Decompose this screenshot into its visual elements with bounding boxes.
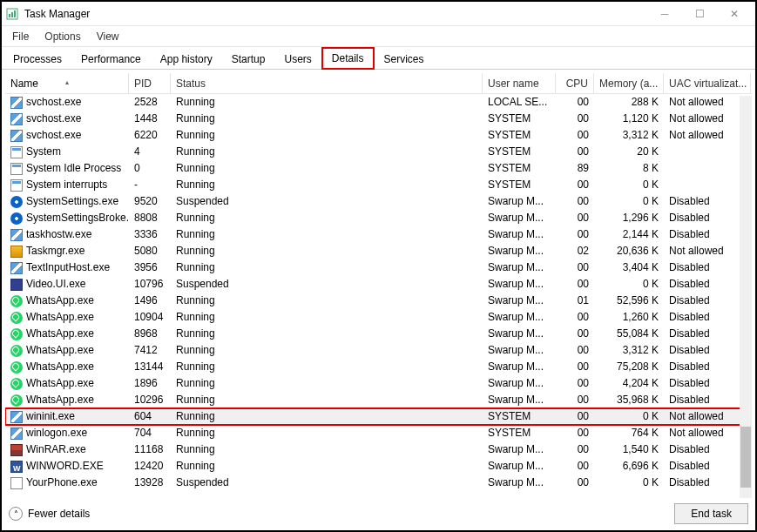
header-uac[interactable]: UAC virtualizat... bbox=[664, 73, 751, 94]
tab-services[interactable]: Services bbox=[375, 49, 434, 69]
process-memory: 20,636 K bbox=[594, 243, 664, 259]
process-pid: 7412 bbox=[129, 342, 171, 359]
process-uac: Disabled bbox=[664, 475, 751, 491]
header-pid[interactable]: PID bbox=[129, 73, 171, 94]
process-status: Running bbox=[171, 226, 483, 243]
process-icon bbox=[10, 113, 23, 125]
table-row[interactable]: WhatsApp.exe13144RunningSwarup M...0075,… bbox=[5, 359, 752, 375]
process-cpu: 00 bbox=[556, 408, 594, 425]
table-row[interactable]: WhatsApp.exe10904RunningSwarup M...001,2… bbox=[5, 309, 752, 326]
process-icon bbox=[10, 345, 23, 357]
menu-view[interactable]: View bbox=[97, 30, 119, 43]
process-name: svchost.exe bbox=[26, 94, 81, 111]
table-row[interactable]: winlogon.exe704RunningSYSTEM00764 KNot a… bbox=[5, 425, 752, 441]
process-name: svchost.exe bbox=[26, 111, 81, 127]
process-memory: 288 K bbox=[594, 94, 664, 111]
table-row[interactable]: SystemSettings.exe9520SuspendedSwarup M.… bbox=[5, 193, 752, 210]
process-status: Running bbox=[171, 293, 483, 309]
column-headers: Name▴ PID Status User name CPU Memory (a… bbox=[5, 73, 752, 94]
process-memory: 0 K bbox=[594, 408, 664, 425]
footer-bar: ˄ Fewer details End task bbox=[9, 502, 748, 525]
process-name: WhatsApp.exe bbox=[26, 342, 94, 359]
menu-options[interactable]: Options bbox=[44, 30, 80, 43]
menu-file[interactable]: File bbox=[12, 30, 29, 43]
table-row[interactable]: svchost.exe1448RunningSYSTEM001,120 KNot… bbox=[5, 111, 752, 127]
header-cpu[interactable]: CPU bbox=[556, 73, 594, 94]
process-status: Suspended bbox=[171, 276, 483, 293]
table-row[interactable]: WINWORD.EXE12420RunningSwarup M...006,69… bbox=[5, 458, 752, 475]
process-cpu: 02 bbox=[556, 243, 594, 259]
tab-performance[interactable]: Performance bbox=[71, 49, 151, 69]
tab-startup[interactable]: Startup bbox=[222, 49, 275, 69]
fewer-details-toggle[interactable]: ˄ Fewer details bbox=[9, 507, 90, 521]
header-status[interactable]: Status bbox=[171, 73, 483, 94]
process-user: SYSTEM bbox=[483, 111, 556, 127]
end-task-button[interactable]: End task bbox=[674, 503, 748, 524]
process-pid: 8808 bbox=[129, 210, 171, 226]
process-user: Swarup M... bbox=[483, 193, 556, 210]
process-cpu: 00 bbox=[556, 210, 594, 226]
process-cpu: 00 bbox=[556, 441, 594, 458]
tab-details[interactable]: Details bbox=[321, 47, 375, 70]
maximize-button[interactable]: ☐ bbox=[682, 4, 717, 24]
process-status: Suspended bbox=[171, 193, 483, 210]
process-memory: 3,312 K bbox=[594, 127, 664, 144]
process-user: SYSTEM bbox=[483, 177, 556, 193]
process-cpu: 00 bbox=[556, 144, 594, 160]
table-row[interactable]: WinRAR.exe11168RunningSwarup M...001,540… bbox=[5, 441, 752, 458]
process-icon bbox=[10, 196, 23, 208]
table-row[interactable]: System Idle Process0RunningSYSTEM898 K bbox=[5, 160, 752, 177]
process-status: Running bbox=[171, 425, 483, 441]
process-cpu: 00 bbox=[556, 359, 594, 375]
process-cpu: 00 bbox=[556, 392, 594, 408]
table-row[interactable]: System interrupts-RunningSYSTEM000 K bbox=[5, 177, 752, 193]
process-pid: 1896 bbox=[129, 375, 171, 392]
minimize-button[interactable]: ─ bbox=[647, 4, 682, 24]
process-user: Swarup M... bbox=[483, 276, 556, 293]
table-row[interactable]: Taskmgr.exe5080RunningSwarup M...0220,63… bbox=[5, 243, 752, 259]
table-row[interactable]: WhatsApp.exe7412RunningSwarup M...003,31… bbox=[5, 342, 752, 359]
header-user[interactable]: User name bbox=[483, 73, 556, 94]
process-user: Swarup M... bbox=[483, 259, 556, 276]
process-icon bbox=[10, 295, 23, 307]
scrollbar-thumb[interactable] bbox=[740, 427, 751, 488]
table-row[interactable]: YourPhone.exe13928SuspendedSwarup M...00… bbox=[5, 475, 752, 491]
table-row[interactable]: WhatsApp.exe1496RunningSwarup M...0152,5… bbox=[5, 293, 752, 309]
process-memory: 3,404 K bbox=[594, 259, 664, 276]
process-user: Swarup M... bbox=[483, 458, 556, 475]
process-user: Swarup M... bbox=[483, 359, 556, 375]
table-row[interactable]: SystemSettingsBroke...8808RunningSwarup … bbox=[5, 210, 752, 226]
process-memory: 2,144 K bbox=[594, 226, 664, 243]
process-icon bbox=[10, 461, 23, 473]
process-user: SYSTEM bbox=[483, 144, 556, 160]
table-row[interactable]: svchost.exe2528RunningLOCAL SE...00288 K… bbox=[5, 94, 752, 111]
tab-app-history[interactable]: App history bbox=[151, 49, 222, 69]
process-cpu: 00 bbox=[556, 425, 594, 441]
table-row[interactable]: wininit.exe604RunningSYSTEM000 KNot allo… bbox=[5, 408, 752, 425]
process-name: System Idle Process bbox=[26, 160, 121, 177]
process-icon bbox=[10, 444, 23, 456]
process-uac: Disabled bbox=[664, 359, 751, 375]
table-row[interactable]: WhatsApp.exe10296RunningSwarup M...0035,… bbox=[5, 392, 752, 408]
close-button[interactable]: ✕ bbox=[717, 4, 752, 24]
table-row[interactable]: WhatsApp.exe1896RunningSwarup M...004,20… bbox=[5, 375, 752, 392]
table-row[interactable]: Video.UI.exe10796SuspendedSwarup M...000… bbox=[5, 276, 752, 293]
table-row[interactable]: System4RunningSYSTEM0020 K bbox=[5, 144, 752, 160]
header-name[interactable]: Name▴ bbox=[5, 73, 129, 94]
process-uac bbox=[664, 144, 751, 160]
process-status: Running bbox=[171, 408, 483, 425]
process-icon bbox=[10, 279, 23, 291]
process-uac: Disabled bbox=[664, 392, 751, 408]
process-user: SYSTEM bbox=[483, 408, 556, 425]
header-memory[interactable]: Memory (a... bbox=[594, 73, 664, 94]
table-row[interactable]: WhatsApp.exe8968RunningSwarup M...0055,0… bbox=[5, 326, 752, 342]
process-pid: 10296 bbox=[129, 392, 171, 408]
table-row[interactable]: TextInputHost.exe3956RunningSwarup M...0… bbox=[5, 259, 752, 276]
process-cpu: 00 bbox=[556, 226, 594, 243]
table-row[interactable]: taskhostw.exe3336RunningSwarup M...002,1… bbox=[5, 226, 752, 243]
vertical-scrollbar[interactable] bbox=[740, 96, 752, 498]
process-user: Swarup M... bbox=[483, 293, 556, 309]
table-row[interactable]: svchost.exe6220RunningSYSTEM003,312 KNot… bbox=[5, 127, 752, 144]
tab-processes[interactable]: Processes bbox=[3, 49, 71, 69]
tab-users[interactable]: Users bbox=[274, 49, 321, 69]
